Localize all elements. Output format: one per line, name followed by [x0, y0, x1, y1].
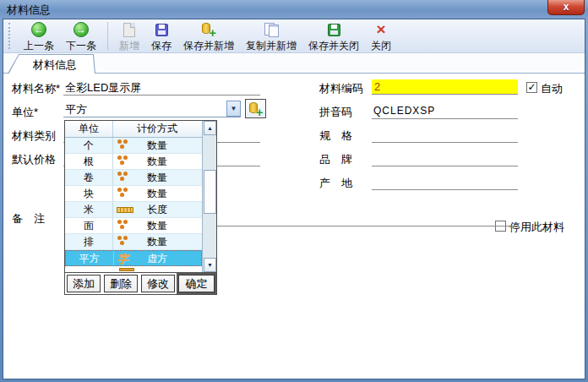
quantity-dots-icon — [120, 241, 124, 245]
new-button: 新增 — [113, 19, 145, 52]
unit-label: 单位* — [12, 105, 38, 120]
material-code-label: 材料编码 — [319, 81, 363, 96]
add-unit-icon: + — [248, 101, 264, 117]
window-close-icon[interactable]: x — [547, 0, 585, 15]
add-button[interactable]: 添加 — [67, 275, 101, 292]
next-record-button[interactable]: → 下一条 — [60, 19, 102, 52]
save-close-floppy-icon — [328, 24, 340, 36]
scroll-thumb[interactable] — [204, 170, 216, 214]
tab-material-info[interactable]: 材料信息 — [8, 54, 95, 74]
material-name-label: 材料名称* — [12, 81, 60, 96]
pinyin-label: 拼音码 — [319, 105, 352, 120]
close-button[interactable]: × 关闭 — [365, 19, 397, 52]
unit-row[interactable]: 卷 数量 — [65, 170, 202, 186]
modify-button[interactable]: 修改 — [141, 275, 175, 292]
tab-strip: 材料信息 — [3, 53, 585, 74]
titlebar: 材料信息 x — [0, 0, 588, 19]
quantity-dots-icon — [120, 161, 124, 165]
quantity-dots-icon — [120, 225, 124, 229]
pinyin-value[interactable]: QCLEDXSP — [373, 105, 435, 117]
spec-label: 规 格 — [319, 128, 352, 144]
material-name-underline — [63, 95, 260, 96]
save-floppy-icon — [155, 24, 168, 36]
unit-row-selected[interactable]: 平方 字虚方 — [65, 250, 202, 266]
save-and-new-button[interactable]: + 保存并新增 — [177, 19, 240, 52]
toolbar-grip-icon — [8, 23, 13, 49]
unit-row[interactable]: 根 数量 — [65, 154, 202, 170]
material-name-value[interactable]: 全彩LED显示屏 — [65, 80, 141, 96]
quantity-dots-icon — [120, 193, 124, 197]
material-form: 材料名称* 全彩LED显示屏 单位* 平方 ▼ + 材料类别 默认价格 备 注 … — [3, 74, 585, 379]
save-button[interactable]: 保存 — [145, 19, 177, 52]
close-x-icon: × — [376, 23, 385, 36]
database-add-icon: + — [201, 22, 216, 37]
unit-row[interactable]: 面 数量 — [65, 218, 202, 234]
unit-value: 平方 — [65, 102, 87, 117]
new-page-icon — [123, 23, 135, 37]
disable-material-label: 停用此材料 — [509, 220, 564, 235]
unit-row[interactable]: 米 长度 — [65, 202, 202, 218]
window-body: ← 上一条 → 下一条 新增 保存 + 保存并新增 复制并新增 — [3, 19, 585, 379]
unit-row[interactable]: 排 数量 — [65, 234, 202, 250]
clipped-row — [65, 266, 202, 271]
length-ruler-icon — [117, 207, 133, 213]
pinyin-underline — [372, 118, 518, 119]
category-label: 材料类别 — [12, 128, 56, 144]
brand-underline — [372, 166, 518, 166]
previous-record-button[interactable]: ← 上一条 — [18, 19, 60, 52]
arrow-left-circle-icon: ← — [31, 22, 46, 37]
quantity-dots-icon — [120, 177, 124, 181]
copy-and-new-button[interactable]: 复制并新增 — [240, 19, 302, 52]
unit-row[interactable]: 个 数量 — [65, 138, 202, 154]
unit-combobox[interactable]: 平方 ▼ — [63, 101, 241, 117]
auto-checkbox-label: 自动 — [541, 81, 563, 96]
auto-checkbox[interactable]: ✓ — [526, 82, 537, 93]
material-info-window: 材料信息 x ← 上一条 → 下一条 新增 保存 + — [0, 0, 588, 382]
window-title: 材料信息 — [7, 3, 51, 18]
combo-dropdown-icon[interactable]: ▼ — [226, 101, 241, 117]
material-code-field[interactable]: 2 — [372, 79, 518, 95]
add-unit-button[interactable]: + — [245, 99, 266, 118]
brand-label: 品 牌 — [319, 152, 352, 167]
ruler-icon — [119, 268, 134, 271]
method-column-header: 计价方式 — [113, 121, 201, 137]
default-price-label: 默认价格 — [12, 152, 56, 167]
scroll-up-icon[interactable]: ▲ — [204, 121, 216, 135]
quantity-dots-icon — [120, 145, 124, 149]
confirm-button[interactable]: 确定 — [178, 275, 215, 292]
origin-label: 产 地 — [319, 176, 352, 191]
copy-pages-icon — [264, 23, 279, 37]
unit-grid: 单位 计价方式 个 数量 根 数量 卷 数量 — [65, 121, 216, 272]
measure-char-icon: 字 — [117, 252, 128, 267]
unit-row[interactable]: 块 数量 — [65, 186, 202, 202]
scroll-down-icon[interactable]: ▼ — [204, 258, 216, 272]
unit-grid-header: 单位 计价方式 — [65, 121, 216, 138]
spec-underline — [372, 142, 518, 143]
save-and-close-button[interactable]: 保存并关闭 — [302, 19, 365, 52]
unit-column-header: 单位 — [65, 121, 113, 137]
toolbar-separator — [107, 22, 108, 50]
delete-button[interactable]: 删除 — [104, 275, 138, 292]
arrow-right-circle-icon: → — [74, 22, 89, 37]
origin-underline — [372, 189, 518, 190]
remark-label: 备 注 — [12, 211, 45, 226]
dropdown-footer: 添加 删除 修改 确定 — [65, 272, 216, 294]
toolbar: ← 上一条 → 下一条 新增 保存 + 保存并新增 复制并新增 — [3, 19, 585, 53]
unit-dropdown-panel: 单位 计价方式 个 数量 根 数量 卷 数量 — [64, 120, 217, 295]
dropdown-scrollbar[interactable]: ▲ ▼ — [202, 121, 216, 272]
